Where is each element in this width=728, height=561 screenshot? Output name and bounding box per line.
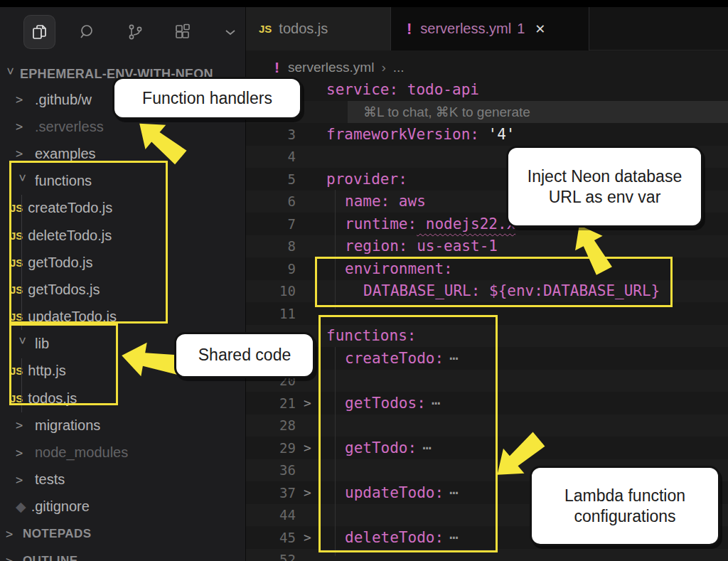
yaml-key: service:	[326, 81, 398, 98]
tree-item-migrations[interactable]: >migrations	[0, 412, 245, 439]
line-number: 29	[246, 440, 296, 456]
line-number: 5	[246, 171, 296, 187]
yaml-value: nodejs22.x	[417, 215, 515, 233]
yaml-value: '4'	[479, 126, 515, 143]
line-number: 21	[246, 395, 296, 411]
tab-todos-js[interactable]: JS todos.js	[246, 7, 390, 50]
tab-label: todos.js	[279, 21, 328, 37]
yaml-file-icon: !	[274, 59, 279, 76]
callout-lambda-config: Lambda function configurations	[530, 466, 720, 546]
breadcrumb-more: ...	[393, 60, 405, 75]
yaml-value: todo-api	[398, 81, 479, 98]
source-control-icon[interactable]	[119, 16, 150, 48]
chevron-right-icon: >	[6, 527, 20, 541]
chevron-right-icon: >	[16, 146, 30, 161]
explorer-icon[interactable]	[24, 16, 55, 48]
tree-item-node-modules[interactable]: >node_modules	[0, 439, 245, 466]
line-number: 10	[246, 283, 296, 299]
tree-item-label: .serverless	[35, 119, 104, 135]
chevron-right-icon: >	[16, 473, 30, 487]
cursor-ai-hint: ⌘L to chat, ⌘K to generate	[348, 101, 728, 124]
extensions-icon[interactable]	[167, 16, 198, 48]
activity-bar	[0, 10, 245, 54]
fold-chevron-icon[interactable]: >	[296, 485, 319, 500]
tree-item-label: .github/w	[35, 92, 92, 108]
code-line[interactable]: 8region: us-east-1	[246, 235, 728, 258]
tree-item-label: OUTLINE	[23, 554, 77, 561]
code-text: frameworkVersion: '4'	[319, 126, 515, 143]
tab-problem-badge: 1	[517, 21, 525, 37]
tree-item-label: NOTEPADS	[23, 527, 91, 541]
ai-hint-row: ⌘L to chat, ⌘K to generate	[246, 101, 728, 124]
highlight-box-lib-folder	[9, 324, 118, 405]
yaml-key: frameworkVersion:	[326, 126, 479, 143]
callout-function-handlers: Function handlers	[112, 77, 302, 119]
tree-item-label: .gitignore	[31, 498, 90, 515]
line-number: 28	[246, 417, 296, 433]
js-file-icon: JS	[259, 23, 272, 35]
line-number: 7	[246, 216, 296, 232]
highlight-box-functions-folder	[9, 161, 168, 324]
yaml-key: region:	[345, 237, 408, 255]
yaml-value: us-east-1	[408, 237, 498, 255]
code-text: service: todo-api	[319, 81, 479, 98]
yaml-key: name:	[345, 193, 390, 210]
fold-chevron-icon[interactable]: >	[296, 530, 319, 545]
sidebar-section-notepads[interactable]: >NOTEPADS	[0, 520, 245, 547]
close-icon[interactable]: ✕	[535, 21, 545, 37]
tree-item-tests[interactable]: >tests	[0, 466, 245, 493]
code-text: region: us-east-1	[338, 237, 498, 255]
yaml-key: provider:	[326, 171, 407, 188]
line-number: 37	[246, 485, 296, 501]
tree-item--gitignore[interactable]: ◆.gitignore	[0, 493, 245, 520]
code-line[interactable]: service: todo-api	[246, 78, 728, 101]
chevron-down-icon[interactable]	[215, 16, 245, 48]
search-icon[interactable]	[72, 16, 102, 48]
code-text: runtime: nodejs22.x	[338, 215, 515, 233]
breadcrumb-file: serverless.yml	[288, 60, 374, 75]
sidebar-section-outline[interactable]: >OUTLINE	[0, 547, 245, 561]
chevron-right-icon: >	[16, 119, 30, 134]
gitignore-icon: ◆	[16, 498, 26, 515]
line-number: 4	[246, 149, 296, 164]
tab-bar: JS todos.js ! serverless.yml 1 ✕	[246, 7, 728, 50]
line-number: 9	[246, 261, 296, 277]
highlight-box-functions-config	[318, 315, 498, 552]
code-text: provider:	[319, 171, 407, 188]
tab-serverless-yml[interactable]: ! serverless.yml 1 ✕	[390, 7, 589, 50]
yaml-value: aws	[390, 193, 426, 210]
tree-item-label: tests	[35, 471, 65, 488]
code-line[interactable]: 3frameworkVersion: '4'	[246, 123, 728, 146]
line-number: 6	[246, 193, 296, 209]
tree-item-label: node_modules	[35, 444, 128, 461]
tree-item-label: migrations	[35, 417, 100, 434]
line-number: 44	[246, 507, 296, 523]
line-number: 45	[246, 530, 296, 545]
callout-shared-code: Shared code	[174, 332, 315, 378]
line-number: 36	[246, 462, 296, 478]
code-text: name: aws	[338, 193, 426, 210]
fold-chevron-icon[interactable]: >	[296, 395, 319, 410]
line-number: 52	[246, 552, 296, 561]
yaml-key: runtime:	[345, 215, 417, 233]
tree-item-label: examples	[35, 146, 96, 162]
chevron-right-icon: >	[16, 446, 30, 460]
yaml-file-icon: !	[407, 20, 412, 38]
fold-chevron-icon[interactable]: >	[296, 440, 319, 455]
chevron-right-icon: >	[16, 92, 30, 107]
tab-label: serverless.yml	[420, 21, 511, 37]
chevron-down-icon: >	[4, 68, 18, 80]
breadcrumb-separator: ›	[381, 60, 385, 75]
line-number: 8	[246, 238, 296, 254]
vscode-window: > EPHEMERAL-ENV-WITH-NEON >.github/w>.se…	[0, 0, 728, 561]
chevron-right-icon: >	[6, 554, 20, 561]
chevron-right-icon: >	[16, 418, 30, 432]
line-number: 3	[246, 127, 296, 142]
line-number: 11	[246, 306, 296, 321]
callout-inject-neon: Inject Neon database URL as env var	[506, 146, 703, 228]
